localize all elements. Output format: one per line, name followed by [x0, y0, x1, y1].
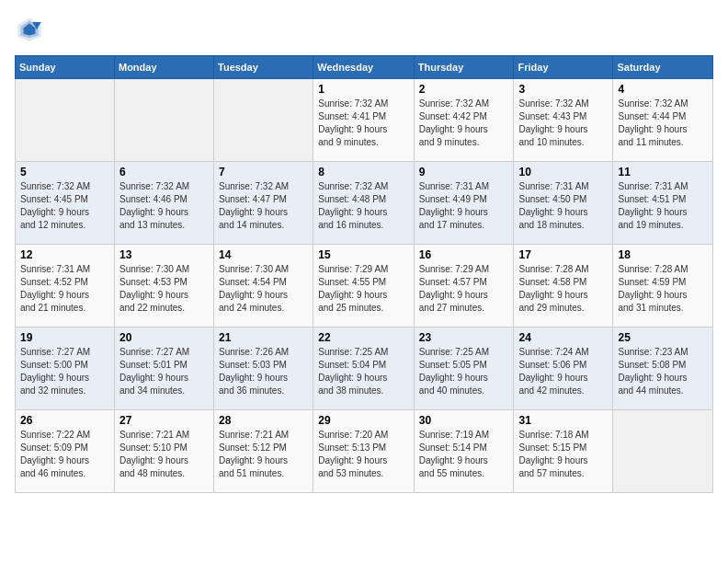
- logo: [15, 15, 50, 44]
- calendar-cell: 28Sunrise: 7:21 AM Sunset: 5:12 PM Dayli…: [214, 410, 313, 493]
- day-number: 28: [219, 414, 308, 427]
- day-number: 24: [518, 331, 608, 344]
- day-number: 31: [518, 414, 608, 427]
- day-number: 26: [20, 414, 109, 427]
- day-number: 17: [518, 248, 608, 261]
- day-info: Sunrise: 7:29 AM Sunset: 4:57 PM Dayligh…: [419, 263, 509, 315]
- calendar-cell: 23Sunrise: 7:25 AM Sunset: 5:05 PM Dayli…: [414, 327, 514, 410]
- day-number: 4: [618, 83, 708, 96]
- day-info: Sunrise: 7:19 AM Sunset: 5:14 PM Dayligh…: [419, 429, 509, 480]
- calendar-week-row: 19Sunrise: 7:27 AM Sunset: 5:00 PM Dayli…: [16, 327, 713, 410]
- day-info: Sunrise: 7:28 AM Sunset: 4:58 PM Dayligh…: [518, 263, 608, 315]
- calendar-week-row: 1Sunrise: 7:32 AM Sunset: 4:41 PM Daylig…: [16, 79, 713, 162]
- day-info: Sunrise: 7:31 AM Sunset: 4:52 PM Dayligh…: [20, 263, 109, 315]
- day-number: 15: [318, 248, 409, 261]
- calendar-cell: 13Sunrise: 7:30 AM Sunset: 4:53 PM Dayli…: [114, 245, 213, 327]
- day-info: Sunrise: 7:32 AM Sunset: 4:44 PM Dayligh…: [618, 98, 708, 149]
- day-info: Sunrise: 7:32 AM Sunset: 4:43 PM Dayligh…: [518, 98, 608, 149]
- day-info: Sunrise: 7:25 AM Sunset: 5:04 PM Dayligh…: [318, 346, 409, 397]
- day-number: 22: [318, 331, 409, 344]
- day-info: Sunrise: 7:27 AM Sunset: 5:00 PM Dayligh…: [20, 346, 109, 397]
- calendar-cell: 2Sunrise: 7:32 AM Sunset: 4:42 PM Daylig…: [414, 79, 514, 162]
- day-info: Sunrise: 7:32 AM Sunset: 4:41 PM Dayligh…: [318, 98, 409, 149]
- calendar-cell: 11Sunrise: 7:31 AM Sunset: 4:51 PM Dayli…: [613, 162, 713, 245]
- day-info: Sunrise: 7:27 AM Sunset: 5:01 PM Dayligh…: [119, 346, 209, 397]
- calendar-cell: 21Sunrise: 7:26 AM Sunset: 5:03 PM Dayli…: [214, 327, 313, 410]
- day-number: 14: [219, 248, 308, 261]
- weekday-header-row: SundayMondayTuesdayWednesdayThursdayFrid…: [16, 56, 713, 79]
- weekday-header-wednesday: Wednesday: [313, 56, 415, 79]
- weekday-header-friday: Friday: [514, 56, 613, 79]
- calendar-week-row: 26Sunrise: 7:22 AM Sunset: 5:09 PM Dayli…: [16, 410, 713, 493]
- day-number: 25: [618, 331, 708, 344]
- calendar-cell: 5Sunrise: 7:32 AM Sunset: 4:45 PM Daylig…: [16, 162, 115, 245]
- calendar-cell: 14Sunrise: 7:30 AM Sunset: 4:54 PM Dayli…: [214, 245, 313, 327]
- day-number: 7: [219, 166, 308, 178]
- calendar-cell: 18Sunrise: 7:28 AM Sunset: 4:59 PM Dayli…: [613, 245, 713, 327]
- calendar-cell: 17Sunrise: 7:28 AM Sunset: 4:58 PM Dayli…: [514, 245, 613, 327]
- calendar-cell: 7Sunrise: 7:32 AM Sunset: 4:47 PM Daylig…: [214, 162, 313, 245]
- day-info: Sunrise: 7:26 AM Sunset: 5:03 PM Dayligh…: [219, 346, 308, 397]
- calendar-week-row: 12Sunrise: 7:31 AM Sunset: 4:52 PM Dayli…: [16, 245, 713, 327]
- day-number: 3: [518, 83, 608, 96]
- weekday-header-thursday: Thursday: [414, 56, 514, 79]
- day-number: 2: [419, 83, 509, 96]
- calendar-cell: 9Sunrise: 7:31 AM Sunset: 4:49 PM Daylig…: [414, 162, 514, 245]
- calendar-cell: [613, 410, 713, 493]
- logo-icon: [15, 15, 44, 44]
- day-info: Sunrise: 7:21 AM Sunset: 5:10 PM Dayligh…: [119, 429, 209, 480]
- day-number: 29: [318, 414, 409, 427]
- calendar-cell: 15Sunrise: 7:29 AM Sunset: 4:55 PM Dayli…: [313, 245, 415, 327]
- day-number: 12: [20, 248, 109, 261]
- day-info: Sunrise: 7:24 AM Sunset: 5:06 PM Dayligh…: [518, 346, 608, 397]
- day-number: 8: [318, 166, 409, 178]
- calendar-cell: 3Sunrise: 7:32 AM Sunset: 4:43 PM Daylig…: [514, 79, 613, 162]
- weekday-header-sunday: Sunday: [16, 56, 115, 79]
- page-header: [15, 15, 713, 44]
- calendar-cell: 12Sunrise: 7:31 AM Sunset: 4:52 PM Dayli…: [16, 245, 115, 327]
- calendar-cell: 24Sunrise: 7:24 AM Sunset: 5:06 PM Dayli…: [514, 327, 613, 410]
- day-info: Sunrise: 7:22 AM Sunset: 5:09 PM Dayligh…: [20, 429, 109, 480]
- calendar-cell: 31Sunrise: 7:18 AM Sunset: 5:15 PM Dayli…: [514, 410, 613, 493]
- calendar-cell: 29Sunrise: 7:20 AM Sunset: 5:13 PM Dayli…: [313, 410, 415, 493]
- day-info: Sunrise: 7:32 AM Sunset: 4:47 PM Dayligh…: [219, 180, 308, 232]
- weekday-header-monday: Monday: [114, 56, 213, 79]
- day-info: Sunrise: 7:32 AM Sunset: 4:45 PM Dayligh…: [20, 180, 109, 232]
- calendar-cell: 20Sunrise: 7:27 AM Sunset: 5:01 PM Dayli…: [114, 327, 213, 410]
- day-info: Sunrise: 7:23 AM Sunset: 5:08 PM Dayligh…: [618, 346, 708, 397]
- day-number: 27: [119, 414, 209, 427]
- day-number: 30: [419, 414, 509, 427]
- day-number: 1: [318, 83, 409, 96]
- calendar-cell: 4Sunrise: 7:32 AM Sunset: 4:44 PM Daylig…: [613, 79, 713, 162]
- day-number: 13: [119, 248, 209, 261]
- day-number: 19: [20, 331, 109, 344]
- weekday-header-saturday: Saturday: [613, 56, 713, 79]
- day-info: Sunrise: 7:21 AM Sunset: 5:12 PM Dayligh…: [219, 429, 308, 480]
- calendar-cell: 26Sunrise: 7:22 AM Sunset: 5:09 PM Dayli…: [16, 410, 115, 493]
- day-number: 11: [618, 166, 708, 178]
- calendar-cell: [114, 79, 213, 162]
- calendar-cell: 22Sunrise: 7:25 AM Sunset: 5:04 PM Dayli…: [313, 327, 415, 410]
- day-number: 23: [419, 331, 509, 344]
- calendar-cell: 16Sunrise: 7:29 AM Sunset: 4:57 PM Dayli…: [414, 245, 514, 327]
- day-number: 21: [219, 331, 308, 344]
- calendar-cell: 8Sunrise: 7:32 AM Sunset: 4:48 PM Daylig…: [313, 162, 415, 245]
- day-info: Sunrise: 7:28 AM Sunset: 4:59 PM Dayligh…: [618, 263, 708, 315]
- calendar-cell: [214, 79, 313, 162]
- calendar-table: SundayMondayTuesdayWednesdayThursdayFrid…: [15, 55, 713, 493]
- day-number: 5: [20, 166, 109, 178]
- day-number: 20: [119, 331, 209, 344]
- weekday-header-tuesday: Tuesday: [214, 56, 313, 79]
- day-info: Sunrise: 7:18 AM Sunset: 5:15 PM Dayligh…: [518, 429, 608, 480]
- day-number: 16: [419, 248, 509, 261]
- day-info: Sunrise: 7:20 AM Sunset: 5:13 PM Dayligh…: [318, 429, 409, 480]
- day-info: Sunrise: 7:31 AM Sunset: 4:51 PM Dayligh…: [618, 180, 708, 232]
- calendar-cell: 27Sunrise: 7:21 AM Sunset: 5:10 PM Dayli…: [114, 410, 213, 493]
- day-info: Sunrise: 7:31 AM Sunset: 4:49 PM Dayligh…: [419, 180, 509, 232]
- calendar-cell: 10Sunrise: 7:31 AM Sunset: 4:50 PM Dayli…: [514, 162, 613, 245]
- calendar-cell: [16, 79, 115, 162]
- day-number: 9: [419, 166, 509, 178]
- day-info: Sunrise: 7:30 AM Sunset: 4:54 PM Dayligh…: [219, 263, 308, 315]
- day-info: Sunrise: 7:29 AM Sunset: 4:55 PM Dayligh…: [318, 263, 409, 315]
- day-info: Sunrise: 7:32 AM Sunset: 4:48 PM Dayligh…: [318, 180, 409, 232]
